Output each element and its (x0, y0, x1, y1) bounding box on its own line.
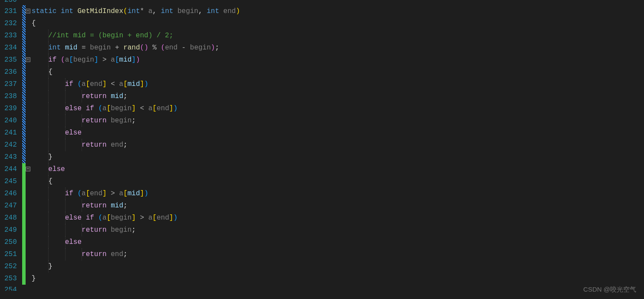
watermark: CSDN @咬光空气 (583, 286, 636, 294)
line-number: 252 (0, 260, 17, 273)
line-number: 234 (0, 42, 17, 54)
change-indicator (22, 30, 26, 42)
code-line[interactable]: static int GetMidIndex(int* a, int begin… (32, 5, 644, 17)
change-indicator (22, 224, 26, 236)
change-indicator (22, 102, 26, 115)
line-number: 239 (0, 102, 17, 115)
line-number: 238 (0, 90, 17, 102)
fold-toggle-icon[interactable]: − (26, 167, 30, 171)
change-indicator (22, 151, 26, 163)
fold-toggle-icon[interactable]: − (26, 9, 30, 13)
code-line[interactable]: return mid; (32, 200, 644, 212)
change-indicator (22, 115, 26, 127)
change-indicator (22, 42, 26, 54)
change-indicator (22, 66, 26, 78)
fold-column[interactable]: −−− (26, 0, 32, 299)
code-line[interactable] (32, 0, 644, 5)
code-line[interactable]: else (32, 163, 644, 175)
code-editor[interactable]: 2302312322332342352362372382392402412422… (0, 0, 644, 299)
line-number: 232 (0, 17, 17, 30)
change-indicator (22, 248, 26, 260)
code-line[interactable]: else (32, 127, 644, 139)
line-number: 242 (0, 139, 17, 151)
code-line[interactable]: else (32, 236, 644, 248)
code-line[interactable]: } (32, 273, 644, 285)
change-indicator (22, 285, 26, 291)
change-indicator (22, 175, 26, 187)
code-line[interactable]: return end; (32, 248, 644, 260)
change-indicator (22, 273, 26, 285)
code-line[interactable]: return begin; (32, 115, 644, 127)
line-number: 244 (0, 163, 17, 175)
line-number: 233 (0, 30, 17, 42)
change-indicator (22, 78, 26, 90)
code-line[interactable]: { (32, 66, 644, 78)
code-line[interactable]: //int mid = (begin + end) / 2; (32, 30, 644, 42)
code-line[interactable]: { (32, 175, 644, 187)
line-number: 236 (0, 66, 17, 78)
line-number: 241 (0, 127, 17, 139)
change-indicator (22, 236, 26, 248)
line-number: 237 (0, 78, 17, 90)
change-indicator (22, 90, 26, 102)
line-number: 230 (0, 0, 17, 5)
code-line[interactable]: { (32, 17, 644, 30)
code-line[interactable]: } (32, 151, 644, 163)
line-number: 231 (0, 5, 17, 17)
line-number: 251 (0, 248, 17, 260)
change-indicator (22, 187, 26, 200)
code-line[interactable]: if (a[end] > a[mid]) (32, 187, 644, 200)
change-indicator (22, 54, 26, 66)
change-indicator (22, 127, 26, 139)
code-line[interactable] (32, 285, 644, 291)
line-number: 250 (0, 236, 17, 248)
line-number: 245 (0, 175, 17, 187)
code-line[interactable]: else if (a[begin] < a[end]) (32, 102, 644, 115)
line-number: 247 (0, 200, 17, 212)
code-line[interactable]: if (a[end] < a[mid]) (32, 78, 644, 90)
line-number: 249 (0, 224, 17, 236)
code-area[interactable]: static int GetMidIndex(int* a, int begin… (32, 0, 644, 299)
fold-toggle-icon[interactable]: − (26, 57, 30, 62)
line-number: 253 (0, 273, 17, 285)
code-line[interactable]: } (32, 260, 644, 273)
line-number: 240 (0, 115, 17, 127)
code-line[interactable]: else if (a[begin] > a[end]) (32, 212, 644, 224)
line-number-gutter: 2302312322332342352362372382392402412422… (0, 0, 22, 299)
line-number: 235 (0, 54, 17, 66)
code-line[interactable]: return mid; (32, 90, 644, 102)
line-number: 254 (0, 285, 17, 291)
line-number: 243 (0, 151, 17, 163)
change-indicator (22, 260, 26, 273)
change-margin (22, 0, 26, 299)
change-indicator (22, 200, 26, 212)
code-line[interactable]: return end; (32, 139, 644, 151)
line-number: 246 (0, 187, 17, 200)
code-line[interactable]: int mid = begin + rand() % (end - begin)… (32, 42, 644, 54)
line-number: 248 (0, 212, 17, 224)
change-indicator (22, 5, 26, 17)
change-indicator (22, 212, 26, 224)
code-line[interactable]: return begin; (32, 224, 644, 236)
change-indicator (22, 17, 26, 30)
code-line[interactable]: if (a[begin] > a[mid]) (32, 54, 644, 66)
change-indicator (22, 163, 26, 175)
change-indicator (22, 0, 26, 5)
change-indicator (22, 139, 26, 151)
